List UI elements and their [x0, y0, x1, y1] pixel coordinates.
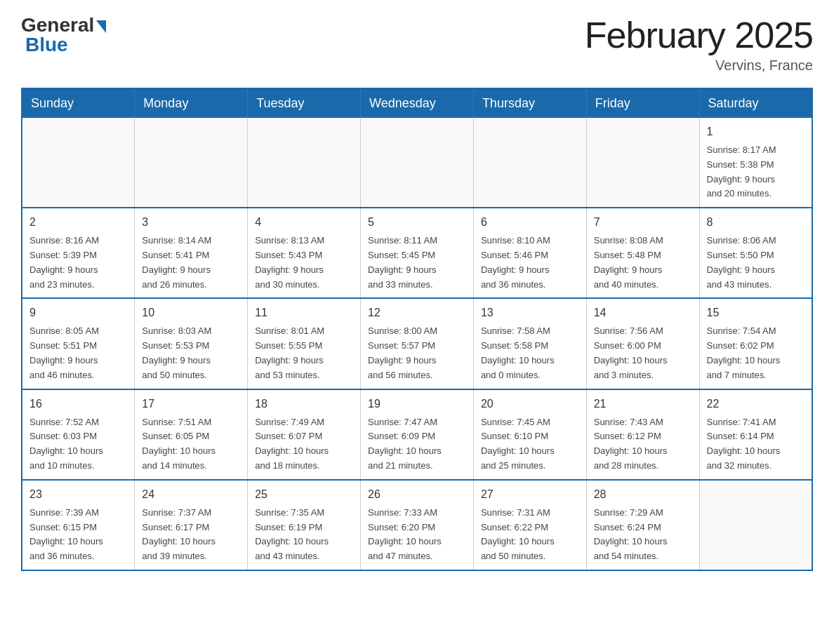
day-info: Sunrise: 8:01 AMSunset: 5:55 PMDaylight:…	[255, 324, 353, 382]
calendar-cell: 16Sunrise: 7:52 AMSunset: 6:03 PMDayligh…	[22, 389, 135, 480]
calendar-cell: 3Sunrise: 8:14 AMSunset: 5:41 PMDaylight…	[135, 208, 248, 298]
calendar-header-friday: Friday	[586, 88, 699, 118]
calendar-cell: 20Sunrise: 7:45 AMSunset: 6:10 PMDayligh…	[473, 389, 586, 480]
day-info: Sunrise: 8:03 AMSunset: 5:53 PMDaylight:…	[142, 324, 240, 382]
calendar-header-thursday: Thursday	[473, 88, 586, 118]
day-number: 17	[142, 396, 240, 412]
logo-arrow-icon	[96, 20, 106, 33]
calendar-cell: 7Sunrise: 8:08 AMSunset: 5:48 PMDaylight…	[586, 208, 699, 298]
day-number: 18	[255, 396, 353, 412]
day-info: Sunrise: 7:41 AMSunset: 6:14 PMDaylight:…	[707, 415, 805, 474]
calendar-cell: 26Sunrise: 7:33 AMSunset: 6:20 PMDayligh…	[361, 480, 474, 570]
day-number: 12	[368, 304, 466, 321]
day-number: 3	[142, 214, 240, 231]
calendar-cell: 9Sunrise: 8:05 AMSunset: 5:51 PMDaylight…	[22, 298, 135, 389]
day-number: 23	[29, 486, 127, 503]
calendar-cell	[22, 118, 135, 208]
month-title: February 2025	[585, 14, 813, 56]
calendar-week-row: 23Sunrise: 7:39 AMSunset: 6:15 PMDayligh…	[22, 480, 812, 570]
calendar-cell: 11Sunrise: 8:01 AMSunset: 5:55 PMDayligh…	[248, 298, 361, 389]
calendar-cell: 13Sunrise: 7:58 AMSunset: 5:58 PMDayligh…	[473, 298, 586, 389]
day-info: Sunrise: 7:52 AMSunset: 6:03 PMDaylight:…	[29, 415, 127, 474]
calendar-cell: 1Sunrise: 8:17 AMSunset: 5:38 PMDaylight…	[699, 118, 812, 208]
day-number: 7	[594, 214, 692, 231]
day-number: 5	[368, 214, 466, 231]
day-number: 26	[368, 486, 466, 503]
day-info: Sunrise: 7:58 AMSunset: 5:58 PMDaylight:…	[481, 324, 579, 382]
calendar-header-saturday: Saturday	[699, 88, 812, 118]
logo-blue-text: Blue	[22, 34, 68, 56]
calendar-cell: 27Sunrise: 7:31 AMSunset: 6:22 PMDayligh…	[473, 480, 586, 570]
calendar-header-monday: Monday	[135, 88, 248, 118]
calendar-cell: 19Sunrise: 7:47 AMSunset: 6:09 PMDayligh…	[361, 389, 474, 480]
calendar-cell: 22Sunrise: 7:41 AMSunset: 6:14 PMDayligh…	[699, 389, 812, 480]
day-number: 14	[594, 304, 692, 321]
day-info: Sunrise: 8:14 AMSunset: 5:41 PMDaylight:…	[142, 234, 240, 292]
calendar-cell	[361, 118, 474, 208]
calendar-cell: 10Sunrise: 8:03 AMSunset: 5:53 PMDayligh…	[135, 298, 248, 389]
day-number: 24	[142, 486, 240, 503]
day-number: 21	[594, 396, 692, 412]
day-number: 20	[481, 396, 579, 412]
day-info: Sunrise: 8:00 AMSunset: 5:57 PMDaylight:…	[368, 324, 466, 382]
calendar-cell: 12Sunrise: 8:00 AMSunset: 5:57 PMDayligh…	[361, 298, 474, 389]
calendar-cell: 15Sunrise: 7:54 AMSunset: 6:02 PMDayligh…	[699, 298, 812, 389]
day-info: Sunrise: 7:51 AMSunset: 6:05 PMDaylight:…	[142, 415, 240, 474]
day-info: Sunrise: 8:16 AMSunset: 5:39 PMDaylight:…	[29, 234, 127, 292]
day-info: Sunrise: 7:56 AMSunset: 6:00 PMDaylight:…	[594, 324, 692, 382]
calendar-cell	[248, 118, 361, 208]
calendar-cell	[699, 480, 812, 570]
day-number: 28	[594, 486, 692, 503]
day-number: 10	[142, 304, 240, 321]
calendar-cell: 8Sunrise: 8:06 AMSunset: 5:50 PMDaylight…	[699, 208, 812, 298]
day-info: Sunrise: 7:31 AMSunset: 6:22 PMDaylight:…	[481, 506, 579, 564]
day-number: 2	[29, 214, 127, 231]
calendar-cell: 24Sunrise: 7:37 AMSunset: 6:17 PMDayligh…	[135, 480, 248, 570]
day-number: 16	[29, 396, 127, 412]
calendar-cell	[135, 118, 248, 208]
day-info: Sunrise: 7:35 AMSunset: 6:19 PMDaylight:…	[255, 506, 353, 564]
day-number: 22	[707, 396, 805, 412]
location-text: Vervins, France	[585, 58, 813, 74]
calendar-cell: 23Sunrise: 7:39 AMSunset: 6:15 PMDayligh…	[22, 480, 135, 570]
calendar-cell: 4Sunrise: 8:13 AMSunset: 5:43 PMDaylight…	[248, 208, 361, 298]
day-info: Sunrise: 8:11 AMSunset: 5:45 PMDaylight:…	[368, 234, 466, 292]
calendar-cell: 18Sunrise: 7:49 AMSunset: 6:07 PMDayligh…	[248, 389, 361, 480]
calendar-cell	[473, 118, 586, 208]
calendar-header-row: SundayMondayTuesdayWednesdayThursdayFrid…	[22, 88, 812, 118]
day-info: Sunrise: 8:17 AMSunset: 5:38 PMDaylight:…	[707, 143, 805, 201]
day-number: 15	[707, 304, 805, 321]
day-info: Sunrise: 7:39 AMSunset: 6:15 PMDaylight:…	[29, 506, 127, 564]
calendar-week-row: 2Sunrise: 8:16 AMSunset: 5:39 PMDaylight…	[22, 208, 812, 298]
calendar-cell: 14Sunrise: 7:56 AMSunset: 6:00 PMDayligh…	[586, 298, 699, 389]
day-info: Sunrise: 8:05 AMSunset: 5:51 PMDaylight:…	[29, 324, 127, 382]
day-number: 6	[481, 214, 579, 231]
calendar-cell: 28Sunrise: 7:29 AMSunset: 6:24 PMDayligh…	[586, 480, 699, 570]
calendar-cell: 25Sunrise: 7:35 AMSunset: 6:19 PMDayligh…	[248, 480, 361, 570]
day-info: Sunrise: 7:54 AMSunset: 6:02 PMDaylight:…	[707, 324, 805, 382]
calendar-week-row: 9Sunrise: 8:05 AMSunset: 5:51 PMDaylight…	[22, 298, 812, 389]
day-number: 8	[707, 214, 805, 231]
calendar-header-sunday: Sunday	[22, 88, 135, 118]
calendar-body: 1Sunrise: 8:17 AMSunset: 5:38 PMDaylight…	[22, 118, 812, 570]
calendar-week-row: 1Sunrise: 8:17 AMSunset: 5:38 PMDaylight…	[22, 118, 812, 208]
day-info: Sunrise: 8:10 AMSunset: 5:46 PMDaylight:…	[481, 234, 579, 292]
day-number: 13	[481, 304, 579, 321]
day-number: 19	[368, 396, 466, 412]
logo: General Blue	[21, 14, 106, 56]
day-info: Sunrise: 8:08 AMSunset: 5:48 PMDaylight:…	[594, 234, 692, 292]
calendar-week-row: 16Sunrise: 7:52 AMSunset: 6:03 PMDayligh…	[22, 389, 812, 480]
day-info: Sunrise: 7:45 AMSunset: 6:10 PMDaylight:…	[481, 415, 579, 474]
calendar-cell	[586, 118, 699, 208]
calendar-cell: 21Sunrise: 7:43 AMSunset: 6:12 PMDayligh…	[586, 389, 699, 480]
day-number: 25	[255, 486, 353, 503]
calendar-header-tuesday: Tuesday	[248, 88, 361, 118]
calendar-header-wednesday: Wednesday	[361, 88, 474, 118]
day-info: Sunrise: 8:13 AMSunset: 5:43 PMDaylight:…	[255, 234, 353, 292]
day-number: 11	[255, 304, 353, 321]
calendar-cell: 2Sunrise: 8:16 AMSunset: 5:39 PMDaylight…	[22, 208, 135, 298]
day-number: 4	[255, 214, 353, 231]
calendar-cell: 6Sunrise: 8:10 AMSunset: 5:46 PMDaylight…	[473, 208, 586, 298]
calendar-table: SundayMondayTuesdayWednesdayThursdayFrid…	[21, 88, 813, 571]
day-number: 1	[707, 123, 805, 140]
